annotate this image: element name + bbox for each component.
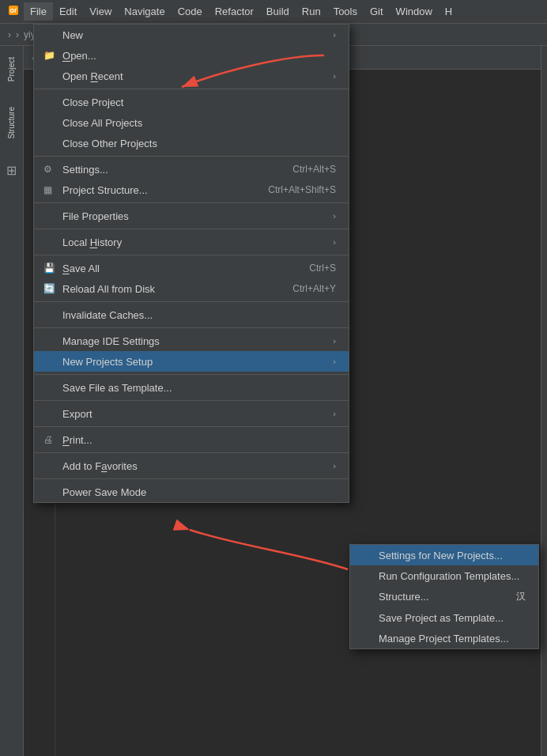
secondary-dropdown: Settings for New Projects... Run Configu… (349, 544, 539, 649)
menu-item-file-properties[interactable]: File Properties › (34, 206, 349, 226)
menu-item-reload[interactable]: 🔄 Reload All from Disk Ctrl+Alt+Y (34, 278, 349, 299)
menu-item-manage-project-templates[interactable]: Manage Project Templates... (350, 628, 538, 648)
menu-item-manage-ide[interactable]: Manage IDE Settings › (34, 331, 349, 351)
menu-item-settings-new[interactable]: Settings for New Projects... (350, 545, 538, 565)
menu-item-save-project-template[interactable]: Save Project as Template... (350, 607, 538, 628)
menu-item-save-template[interactable]: Save File as Template... (34, 377, 349, 398)
menu-item-close-other[interactable]: Close Other Projects (34, 133, 349, 153)
reload-icon: 🔄 (43, 283, 55, 294)
menu-item-new-projects-setup[interactable]: New Projects Setup › (34, 351, 349, 372)
sep-9 (34, 400, 349, 401)
sep-7 (34, 327, 349, 328)
sep-8 (34, 374, 349, 375)
sep-10 (34, 426, 349, 427)
menu-item-save-all[interactable]: 💾 Save All Ctrl+S (34, 258, 349, 278)
print-icon: 🖨 (43, 434, 53, 445)
folder-icon: 📁 (43, 50, 55, 61)
arrow-to-new-projects (142, 490, 364, 585)
menu-item-new[interactable]: New › (34, 25, 349, 45)
sep-5 (34, 255, 349, 255)
menu-item-project-structure[interactable]: ▦ Project Structure... Ctrl+Alt+Shift+S (34, 180, 349, 200)
menu-item-print[interactable]: 🖨 Print... (34, 429, 349, 450)
save-icon: 💾 (43, 263, 55, 274)
menu-item-settings[interactable]: ⚙ Settings... Ctrl+Alt+S (34, 159, 349, 180)
menu-overlay: New › 📁 Open... Open Recent › Close Proj… (0, 0, 547, 756)
sep-4 (34, 229, 349, 229)
sep-11 (34, 452, 349, 453)
menu-item-structure[interactable]: Structure... 汉 (350, 586, 538, 607)
grid-icon: ▦ (43, 184, 52, 195)
menu-item-local-history[interactable]: Local History › (34, 232, 349, 252)
menu-item-add-favorites[interactable]: Add to Favorites › (34, 455, 349, 476)
sep-3 (34, 202, 349, 203)
menu-item-export[interactable]: Export › (34, 403, 349, 424)
arrow-to-new (158, 47, 332, 127)
sep-6 (34, 301, 349, 302)
sep-12 (34, 478, 349, 479)
menu-item-run-config[interactable]: Run Configuration Templates... (350, 565, 538, 586)
sep-2 (34, 156, 349, 157)
gear-icon: ⚙ (43, 164, 52, 175)
menu-item-invalidate[interactable]: Invalidate Caches... (34, 304, 349, 325)
